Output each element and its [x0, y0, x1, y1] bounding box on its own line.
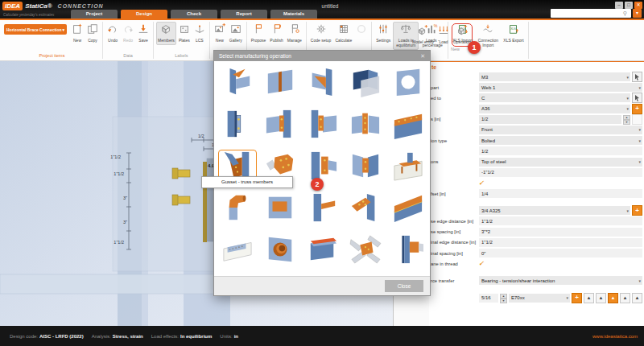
operation-tile[interactable]: [303, 150, 342, 185]
property-select[interactable]: 3/4 A325▾: [479, 206, 630, 215]
property-field[interactable]: -1"1/2: [479, 168, 642, 177]
operation-tile[interactable]: [303, 66, 342, 101]
dialog-close-icon[interactable]: ✕: [420, 53, 425, 60]
value-stepper[interactable]: ▲▼: [623, 115, 630, 124]
ribbon-button-members[interactable]: Members: [156, 22, 176, 45]
tab-materials[interactable]: Materials: [270, 10, 317, 19]
weld-type-button[interactable]: ▲: [596, 293, 606, 303]
ribbon-button-label: Propose: [251, 39, 266, 43]
dimension-label: 1/2: [198, 134, 204, 138]
ribbon-button-lcs[interactable]: LCS: [192, 22, 207, 45]
tab-design[interactable]: Design: [121, 10, 167, 19]
status-item: Units:in: [220, 334, 238, 339]
property-field[interactable]: 1/2: [479, 115, 621, 124]
weld-size-field[interactable]: 5/16: [479, 294, 498, 303]
property-field[interactable]: 1"1/2: [479, 216, 642, 225]
ribbon-button-redo: Redo: [121, 22, 135, 45]
property-select[interactable]: C▾: [479, 93, 630, 102]
operation-tile[interactable]: [346, 66, 385, 101]
checkbox-checked[interactable]: ✓: [478, 260, 485, 267]
ribbon-button-label: New: [73, 39, 81, 43]
property-select[interactable]: Top of steel▾: [479, 158, 642, 167]
tab-project[interactable]: Project: [71, 10, 118, 19]
operation-tile[interactable]: [261, 66, 299, 101]
property-select[interactable]: M3▾: [479, 72, 630, 81]
close-button[interactable]: Close: [385, 280, 423, 292]
add-item-button[interactable]: +: [632, 205, 642, 216]
checkbox-checked[interactable]: ✓: [478, 179, 485, 187]
operation-tile[interactable]: [261, 108, 299, 143]
ribbon-button-manage[interactable]: Manage: [286, 22, 303, 45]
value-stepper[interactable]: ▲▼: [500, 294, 507, 303]
property-field[interactable]: 1/4: [479, 189, 642, 198]
ribbon-button-load[interactable]: Load: [436, 23, 451, 47]
property-field[interactable]: 0": [479, 249, 642, 257]
operation-tile[interactable]: [218, 192, 257, 227]
search-box[interactable]: ⚲: [551, 9, 631, 18]
ribbon-button-operation[interactable]: Operation1: [452, 23, 473, 47]
ribbon-button-new[interactable]: New: [70, 22, 85, 45]
weld-type-button[interactable]: ▲: [584, 293, 594, 303]
property-rows: M3▾partWeb 1▾ed toC▾A36▾+s [in]1/2▲▼Fron…: [429, 72, 644, 303]
property-select[interactable]: Bearing - tension/shear interaction▾: [479, 276, 642, 285]
select-operation-dialog: Select manufacturing operation ✕ Close: [213, 50, 431, 296]
property-field[interactable]: 1/2: [479, 146, 642, 155]
weld-type-button[interactable]: ▲: [608, 293, 618, 303]
operation-tile[interactable]: [389, 150, 427, 185]
ribbon-button-publish[interactable]: Publish: [268, 22, 284, 45]
minimize-button[interactable]: –: [615, 2, 623, 9]
ribbon-button-plates[interactable]: Plates: [177, 22, 192, 45]
weld-electrode-select[interactable]: E70xx▾: [509, 294, 570, 303]
operation-tile[interactable]: [346, 150, 385, 185]
operation-tile[interactable]: [303, 233, 342, 269]
property-select[interactable]: Front▾: [479, 126, 642, 134]
operation-tile[interactable]: [303, 192, 342, 227]
tab-report[interactable]: Report: [221, 10, 267, 19]
search-input[interactable]: [551, 10, 623, 17]
operation-tile[interactable]: [389, 108, 427, 143]
operation-tile[interactable]: [389, 233, 427, 269]
ribbon-button-code-setup[interactable]: Code setup: [309, 22, 333, 45]
ribbon-button-copy[interactable]: Copy: [85, 22, 100, 45]
weld-type-button[interactable]: ▲: [620, 293, 630, 303]
tooltip: Gusset - truss members: [201, 176, 293, 188]
ribbon-button-calculate[interactable]: Calculate: [333, 22, 353, 45]
operation-tile[interactable]: [346, 192, 385, 227]
maximize-button[interactable]: □: [625, 2, 633, 9]
ribbon-button-undo[interactable]: Undo: [105, 22, 120, 45]
close-window-button[interactable]: ✕: [634, 2, 642, 9]
add-item-button[interactable]: +: [572, 293, 582, 303]
operation-tile[interactable]: [261, 233, 299, 269]
property-field[interactable]: 1"1/2: [479, 238, 642, 247]
operation-tile[interactable]: [218, 108, 257, 143]
operation-tile[interactable]: [218, 66, 257, 101]
operation-tile[interactable]: [303, 108, 342, 143]
search-dropdown-button[interactable]: ▾: [633, 9, 642, 18]
ribbon-button-propose[interactable]: Propose: [250, 22, 268, 45]
pick-in-scene-button[interactable]: [632, 93, 642, 103]
ribbon-button-save[interactable]: Save: [136, 22, 151, 45]
operation-tile[interactable]: [346, 108, 385, 143]
weld-type-button[interactable]: ▲: [632, 293, 642, 303]
operation-tile[interactable]: [346, 233, 385, 269]
property-select[interactable]: A36▾: [479, 105, 630, 113]
pick-in-scene-button[interactable]: [632, 72, 642, 82]
operation-tile[interactable]: [218, 233, 257, 269]
ribbon-button-new[interactable]: New: [213, 22, 227, 45]
website-link[interactable]: www.ideastatica.com: [592, 334, 638, 339]
operation-tile[interactable]: [389, 66, 427, 101]
ribbon-button-xls-export[interactable]: XLSXLS Export: [502, 22, 525, 45]
property-field[interactable]: 3"*2: [479, 228, 642, 237]
add-item-button[interactable]: +: [632, 104, 642, 114]
property-select[interactable]: Bolted▾: [479, 136, 642, 145]
tab-check[interactable]: Check: [171, 10, 217, 19]
operation-tile[interactable]: [389, 192, 427, 227]
property-row: -1"1/2: [431, 168, 642, 177]
ribbon-button-gallery[interactable]: Gallery: [228, 22, 244, 45]
ribbon-button-settings[interactable]: Settings: [374, 22, 392, 45]
ribbon-button-model-entity[interactable]: Model entity: [411, 23, 436, 47]
connection-selector-combo[interactable]: Horizontal Brace Connection▾: [4, 24, 67, 35]
property-select[interactable]: Web 1▾: [479, 83, 642, 92]
flange-plate-icon: [392, 109, 424, 142]
operation-tile[interactable]: [261, 192, 299, 227]
